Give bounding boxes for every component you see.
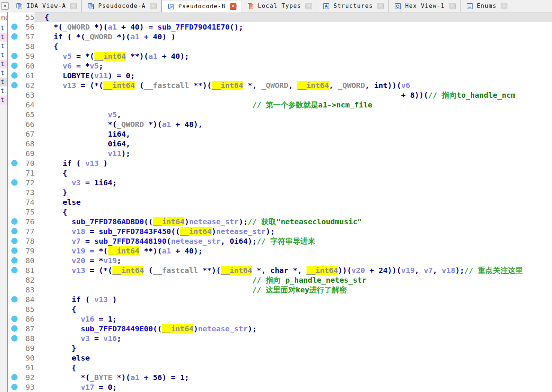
svg-text:A: A (325, 4, 328, 9)
panel-close-button[interactable]: × (1, 2, 9, 10)
function-list-item[interactable]: t (0, 60, 7, 69)
line-number: 82 (19, 275, 34, 285)
line-number: 89 (19, 343, 34, 353)
line-number: 67 (19, 129, 34, 139)
function-list-item[interactable]: t (0, 95, 7, 104)
line-number: 79 (19, 246, 34, 256)
address-dot-icon (11, 63, 18, 69)
code-line-text[interactable]: v16 = 1; (34, 314, 552, 324)
line-number: 92 (19, 373, 34, 382)
code-line-text[interactable]: v11); (34, 149, 552, 158)
tab-close-icon[interactable]: × (377, 3, 384, 9)
code-line-text[interactable]: { (34, 42, 552, 51)
code-line-text[interactable]: { (34, 363, 552, 373)
code-line-text[interactable]: { (34, 207, 552, 217)
code-line-text[interactable]: { (34, 304, 552, 314)
code-line: 62 v13 = (*(__int64 (__fastcall **)(__in… (8, 80, 552, 90)
function-list-item[interactable]: t (0, 33, 7, 42)
code-line-text[interactable]: *(_QWORD *)(a1 + 40) = sub_7FFD79041E70(… (34, 22, 552, 32)
code-line-text[interactable]: { (34, 12, 552, 22)
code-line: 64 // 第一个参数就是a1->ncm_file (8, 100, 552, 110)
side-panel-header-fragment: me (0, 12, 7, 24)
code-line-text[interactable]: // 这里面对key进行了解密 (34, 285, 552, 295)
code-line: 57 if ( *(_QWORD *)(a1 + 40) ) (8, 32, 552, 42)
code-line-text[interactable]: *(_BYTE *)(a1 + 56) = 1; (34, 373, 552, 382)
hex-view-icon (395, 3, 401, 9)
code-line-text[interactable]: if ( v13 ) (34, 295, 552, 304)
code-line-text[interactable]: } (34, 188, 552, 197)
tab-close-icon[interactable]: × (150, 3, 157, 9)
function-list-item[interactable]: t (0, 24, 7, 33)
address-dot-icon (11, 238, 18, 244)
function-list-item[interactable]: t (0, 86, 7, 95)
line-number: 71 (19, 168, 34, 178)
code-line-text[interactable]: LOBYTE(v11) = 0; (34, 71, 552, 80)
code-line: 75 { (8, 207, 552, 217)
code-line-text[interactable]: v20 = *v19; (34, 256, 552, 265)
address-dot-icon (11, 325, 18, 332)
code-line: 88 v3 = v16; (8, 334, 552, 343)
code-line: 89 } (8, 343, 552, 353)
code-gutter (8, 373, 19, 382)
function-list-item[interactable]: t (0, 78, 7, 86)
code-line: 76 sub_7FFD786ADBD0((__int64)netease_str… (8, 217, 552, 227)
code-line-text[interactable]: v5, (34, 110, 552, 119)
tab-structures[interactable]: AStructures× (317, 0, 389, 12)
code-line: 67 1i64, (8, 129, 552, 139)
code-gutter (8, 100, 19, 110)
code-line-text[interactable]: if ( v13 ) (34, 158, 552, 168)
line-number: 59 (19, 51, 34, 61)
tab-label: IDA View-A (27, 3, 66, 9)
code-gutter (8, 227, 19, 236)
code-line-text[interactable]: v3 = 1i64; (34, 178, 552, 188)
line-number: 76 (19, 217, 34, 227)
address-dot-icon (11, 335, 18, 341)
tab-local-types[interactable]: Local Types× (241, 0, 317, 12)
code-line-text[interactable]: sub_7FFD786ADBD0((__int64)netease_str);/… (34, 217, 552, 227)
code-gutter (8, 80, 19, 90)
code-line-text[interactable]: v5 = *(__int64 **)(a1 + 40); (34, 51, 552, 61)
code-line-text[interactable]: v18 = sub_7FFD7843F450((__int64)netease_… (34, 227, 552, 236)
code-line-text[interactable]: 0i64, (34, 139, 552, 149)
code-line-text[interactable]: else (34, 197, 552, 207)
code-line-text[interactable]: // 第一个参数就是a1->ncm_file (34, 100, 552, 110)
address-dot-icon (11, 24, 18, 30)
tab-ida-view-a[interactable]: IDA View-A× (10, 0, 82, 12)
line-number: 61 (19, 71, 34, 80)
function-list-item[interactable]: t (0, 42, 7, 51)
code-line-text[interactable]: // 指向 p_handle_netes_str (34, 275, 552, 285)
code-line-text[interactable]: v6 = *v5; (34, 61, 552, 71)
code-line-text[interactable]: if ( *(_QWORD *)(a1 + 40) ) (34, 32, 552, 42)
code-line-text[interactable]: v13 = (*(__int64 (__fastcall **)(__int64… (34, 80, 552, 90)
tab-close-icon[interactable]: × (449, 3, 456, 9)
code-line-text[interactable]: } (34, 343, 552, 353)
tab-pseudocode-b[interactable]: Pseudocode-B× (162, 0, 241, 12)
code-line-text[interactable]: v7 = sub_7FFD78448190(netease_str, 0i64)… (34, 236, 552, 246)
function-list-item[interactable]: t (0, 51, 7, 60)
code-line-text[interactable]: v3 = v16; (34, 334, 552, 343)
tab-close-icon[interactable]: × (230, 3, 236, 10)
line-number: 60 (19, 61, 34, 71)
line-number: 69 (19, 149, 34, 158)
code-line-text[interactable]: { (34, 168, 552, 178)
code-line-text[interactable]: 1i64, (34, 129, 552, 139)
code-gutter (8, 256, 19, 265)
code-line-text[interactable]: *(_QWORD *)(a1 + 48), (34, 119, 552, 129)
code-line-text[interactable]: v19 = *(__int64 **)(a1 + 40); (34, 246, 552, 256)
tab-hex-view-1[interactable]: Hex View-1× (389, 0, 460, 12)
code-line-text[interactable]: sub_7FFD78449E00((__int64)netease_str); (34, 324, 552, 334)
line-number: 83 (19, 285, 34, 295)
code-line-text[interactable]: v17 = 0; (34, 382, 552, 392)
tab-enums[interactable]: Enums× (461, 0, 513, 12)
tab-close-icon[interactable]: × (70, 3, 77, 9)
tab-close-icon[interactable]: × (305, 3, 312, 9)
function-list-item[interactable]: t (0, 69, 7, 78)
tab-pseudocode-a[interactable]: Pseudocode-A× (82, 0, 161, 12)
line-number: 56 (19, 22, 34, 32)
code-gutter (8, 363, 19, 373)
code-line-text[interactable]: v13 = (*(__int64 (__fastcall **)(__int64… (34, 265, 552, 275)
code-line-text[interactable]: else (34, 353, 552, 363)
code-gutter (8, 110, 19, 119)
tab-close-icon[interactable]: × (501, 3, 507, 9)
code-line-text[interactable]: + 8))(// 指向to_handle_ncm (34, 90, 552, 100)
